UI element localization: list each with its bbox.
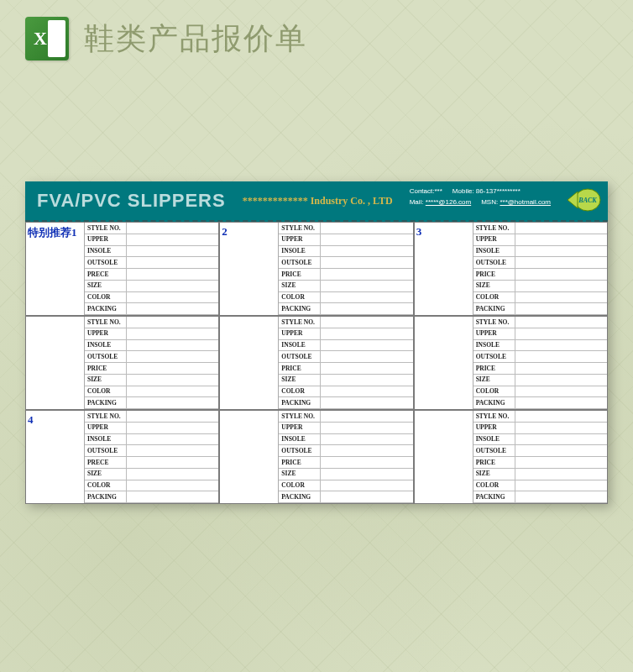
field-name: SIZE — [85, 469, 127, 480]
field-name: UPPER — [279, 328, 321, 340]
field-value[interactable] — [127, 469, 218, 480]
field-value[interactable] — [127, 491, 218, 503]
field-value[interactable] — [127, 234, 218, 246]
field-value[interactable] — [321, 303, 412, 315]
field-value[interactable] — [321, 411, 412, 423]
field-name: UPPER — [473, 423, 515, 434]
field-value[interactable] — [127, 480, 218, 492]
field-value[interactable] — [321, 423, 412, 434]
back-button[interactable]: BACK — [566, 186, 601, 213]
field-value[interactable] — [515, 351, 607, 363]
mobile-label: Mobile: — [453, 187, 474, 195]
quotation-sheet: FVA/PVC SLIPPERS ************* Industry … — [25, 181, 608, 504]
field-value[interactable] — [127, 423, 218, 434]
field-name: UPPER — [85, 423, 127, 434]
field-value[interactable] — [515, 445, 607, 457]
field-value[interactable] — [321, 363, 412, 375]
field-value[interactable] — [321, 257, 412, 269]
field-value[interactable] — [127, 223, 218, 234]
field-value[interactable] — [515, 246, 607, 258]
field-value[interactable] — [321, 457, 412, 469]
contact-label: Contact:*** — [410, 186, 442, 197]
field-value[interactable] — [127, 257, 218, 269]
field-value[interactable] — [127, 445, 218, 457]
field-name: PRECE — [85, 269, 127, 281]
field-name: UPPER — [473, 328, 515, 340]
field-value[interactable] — [321, 234, 412, 246]
field-name: OUTSOLE — [279, 445, 321, 457]
field-value[interactable] — [127, 303, 218, 315]
sheet-banner: FVA/PVC SLIPPERS ************* Industry … — [25, 181, 608, 222]
field-value[interactable] — [127, 411, 218, 423]
field-value[interactable] — [321, 386, 412, 398]
field-value[interactable] — [321, 292, 412, 304]
product-cell: 3STYLE NO.UPPERINSOLEOUTSOLEPRICESIZECOL… — [414, 222, 608, 316]
field-value[interactable] — [321, 340, 412, 352]
field-name: PRECE — [85, 457, 127, 469]
field-value[interactable] — [321, 317, 412, 328]
field-name: INSOLE — [85, 340, 127, 352]
mobile-value: 86-137********* — [476, 187, 521, 195]
field-value[interactable] — [321, 328, 412, 340]
field-value[interactable] — [127, 328, 218, 340]
field-value[interactable] — [127, 246, 218, 258]
field-value[interactable] — [321, 223, 412, 234]
field-value[interactable] — [321, 445, 412, 457]
field-value[interactable] — [515, 457, 607, 469]
field-value[interactable] — [127, 386, 218, 398]
field-value[interactable] — [515, 469, 607, 480]
field-name: SIZE — [279, 281, 321, 292]
field-value[interactable] — [321, 397, 412, 409]
field-name: STYLE NO. — [85, 317, 127, 328]
field-value[interactable] — [515, 257, 607, 269]
field-value[interactable] — [127, 375, 218, 386]
field-value[interactable] — [515, 491, 607, 503]
field-value[interactable] — [515, 386, 607, 398]
field-value[interactable] — [515, 303, 607, 315]
field-name: PRICE — [279, 269, 321, 281]
field-name: OUTSOLE — [279, 257, 321, 269]
field-value[interactable] — [321, 491, 412, 503]
field-value[interactable] — [515, 411, 607, 423]
field-value[interactable] — [127, 351, 218, 363]
field-value[interactable] — [515, 480, 607, 492]
field-value[interactable] — [515, 317, 607, 328]
field-value[interactable] — [127, 340, 218, 352]
field-value[interactable] — [127, 397, 218, 409]
field-value[interactable] — [127, 269, 218, 281]
field-value[interactable] — [321, 434, 412, 446]
field-value[interactable] — [127, 434, 218, 446]
field-value[interactable] — [321, 469, 412, 480]
field-value[interactable] — [127, 457, 218, 469]
field-name: PRICE — [85, 363, 127, 375]
field-value[interactable] — [321, 375, 412, 386]
field-name: STYLE NO. — [473, 411, 515, 423]
field-name: COLOR — [473, 292, 515, 304]
field-name: OUTSOLE — [473, 445, 515, 457]
field-value[interactable] — [515, 397, 607, 409]
field-value[interactable] — [515, 281, 607, 292]
field-name: INSOLE — [473, 246, 515, 258]
svg-text:BACK: BACK — [578, 197, 597, 204]
mail-value: *****@126.com — [426, 198, 471, 206]
field-value[interactable] — [515, 223, 607, 234]
field-value[interactable] — [515, 434, 607, 446]
field-value[interactable] — [515, 328, 607, 340]
field-name: PACKING — [85, 397, 127, 409]
field-value[interactable] — [515, 363, 607, 375]
field-value[interactable] — [515, 269, 607, 281]
field-value[interactable] — [515, 340, 607, 352]
field-value[interactable] — [127, 363, 218, 375]
field-value[interactable] — [515, 234, 607, 246]
field-value[interactable] — [321, 246, 412, 258]
field-value[interactable] — [127, 281, 218, 292]
field-value[interactable] — [321, 480, 412, 492]
field-value[interactable] — [515, 375, 607, 386]
field-value[interactable] — [515, 423, 607, 434]
field-value[interactable] — [321, 269, 412, 281]
field-value[interactable] — [127, 292, 218, 304]
field-value[interactable] — [127, 317, 218, 328]
field-value[interactable] — [321, 351, 412, 363]
field-value[interactable] — [321, 281, 412, 292]
field-value[interactable] — [515, 292, 607, 304]
